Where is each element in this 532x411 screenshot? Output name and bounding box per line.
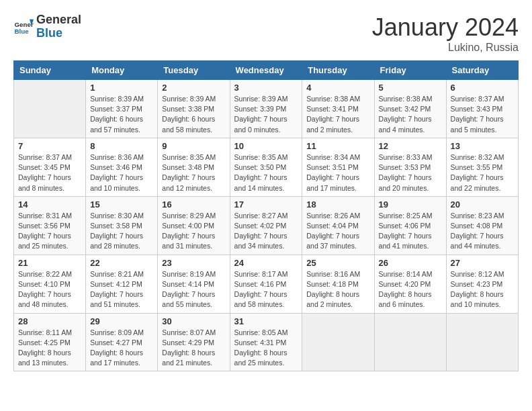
day-info: Sunrise: 8:19 AMSunset: 4:14 PMDaylight:… — [162, 269, 225, 310]
calendar-table: SundayMondayTuesdayWednesdayThursdayFrid… — [13, 60, 519, 371]
day-info: Sunrise: 8:29 AMSunset: 4:00 PMDaylight:… — [162, 211, 225, 252]
calendar-cell: 8Sunrise: 8:36 AMSunset: 3:46 PMDaylight… — [86, 138, 158, 196]
day-info: Sunrise: 8:25 AMSunset: 4:06 PMDaylight:… — [379, 211, 442, 252]
calendar-cell: 10Sunrise: 8:35 AMSunset: 3:50 PMDayligh… — [230, 138, 302, 196]
day-info: Sunrise: 8:23 AMSunset: 4:08 PMDaylight:… — [451, 211, 514, 252]
calendar-week-row: 21Sunrise: 8:22 AMSunset: 4:10 PMDayligh… — [14, 255, 519, 313]
day-info: Sunrise: 8:21 AMSunset: 4:12 PMDaylight:… — [90, 269, 153, 310]
calendar-cell — [446, 313, 518, 371]
day-number: 5 — [379, 83, 442, 93]
weekday-header-saturday: Saturday — [446, 61, 518, 80]
calendar-cell: 1Sunrise: 8:39 AMSunset: 3:37 PMDaylight… — [86, 80, 158, 138]
weekday-header-friday: Friday — [374, 61, 446, 80]
day-info: Sunrise: 8:32 AMSunset: 3:55 PMDaylight:… — [451, 152, 514, 193]
day-number: 20 — [451, 199, 514, 210]
day-number: 18 — [306, 199, 369, 210]
weekday-header-tuesday: Tuesday — [158, 61, 230, 80]
day-number: 11 — [306, 141, 369, 151]
location: Lukino, Russia — [372, 42, 519, 54]
day-number: 15 — [90, 199, 153, 210]
svg-text:Blue: Blue — [15, 28, 30, 35]
calendar-cell: 6Sunrise: 8:37 AMSunset: 3:43 PMDaylight… — [446, 80, 518, 138]
calendar-week-row: 28Sunrise: 8:11 AMSunset: 4:25 PMDayligh… — [14, 313, 519, 371]
day-info: Sunrise: 8:12 AMSunset: 4:23 PMDaylight:… — [451, 269, 514, 310]
page-header: General Blue General Blue January 2024 L… — [13, 13, 519, 54]
day-number: 6 — [451, 83, 514, 93]
day-number: 30 — [162, 316, 225, 326]
calendar-cell — [302, 313, 374, 371]
day-number: 9 — [162, 141, 225, 151]
calendar-week-row: 7Sunrise: 8:37 AMSunset: 3:45 PMDaylight… — [14, 138, 519, 196]
calendar-cell: 12Sunrise: 8:33 AMSunset: 3:53 PMDayligh… — [374, 138, 446, 196]
day-number: 31 — [234, 316, 298, 326]
day-number: 27 — [451, 258, 514, 268]
calendar-cell: 17Sunrise: 8:27 AMSunset: 4:02 PMDayligh… — [230, 196, 302, 255]
weekday-header-monday: Monday — [86, 61, 158, 80]
day-number: 19 — [379, 199, 442, 210]
day-info: Sunrise: 8:33 AMSunset: 3:53 PMDaylight:… — [379, 152, 442, 193]
day-number: 23 — [162, 258, 225, 268]
day-info: Sunrise: 8:38 AMSunset: 3:42 PMDaylight:… — [379, 94, 442, 135]
calendar-cell: 30Sunrise: 8:07 AMSunset: 4:29 PMDayligh… — [158, 313, 230, 371]
calendar-cell: 22Sunrise: 8:21 AMSunset: 4:12 PMDayligh… — [86, 255, 158, 313]
calendar-cell: 5Sunrise: 8:38 AMSunset: 3:42 PMDaylight… — [374, 80, 446, 138]
calendar-week-row: 14Sunrise: 8:31 AMSunset: 3:56 PMDayligh… — [14, 196, 519, 255]
day-number: 3 — [234, 83, 298, 93]
day-number: 24 — [234, 258, 298, 268]
title-block: January 2024 Lukino, Russia — [372, 13, 519, 54]
day-number: 14 — [18, 199, 81, 210]
logo-blue-text: Blue — [36, 26, 62, 40]
day-info: Sunrise: 8:35 AMSunset: 3:50 PMDaylight:… — [234, 152, 298, 193]
month-title: January 2024 — [372, 13, 519, 42]
day-number: 21 — [18, 258, 81, 268]
calendar-body: 1Sunrise: 8:39 AMSunset: 3:37 PMDaylight… — [14, 80, 519, 371]
day-number: 10 — [234, 141, 298, 151]
calendar-cell: 4Sunrise: 8:38 AMSunset: 3:41 PMDaylight… — [302, 80, 374, 138]
day-number: 7 — [18, 141, 81, 151]
calendar-cell: 26Sunrise: 8:14 AMSunset: 4:20 PMDayligh… — [374, 255, 446, 313]
day-info: Sunrise: 8:22 AMSunset: 4:10 PMDaylight:… — [18, 269, 81, 310]
day-info: Sunrise: 8:39 AMSunset: 3:37 PMDaylight:… — [90, 94, 153, 135]
calendar-cell: 13Sunrise: 8:32 AMSunset: 3:55 PMDayligh… — [446, 138, 518, 196]
weekday-header-sunday: Sunday — [14, 61, 86, 80]
calendar-cell: 25Sunrise: 8:16 AMSunset: 4:18 PMDayligh… — [302, 255, 374, 313]
day-info: Sunrise: 8:26 AMSunset: 4:04 PMDaylight:… — [306, 211, 369, 252]
calendar-cell — [14, 80, 86, 138]
calendar-cell: 2Sunrise: 8:39 AMSunset: 3:38 PMDaylight… — [158, 80, 230, 138]
day-number: 29 — [90, 316, 153, 326]
day-number: 1 — [90, 83, 153, 93]
day-info: Sunrise: 8:27 AMSunset: 4:02 PMDaylight:… — [234, 211, 298, 252]
day-number: 4 — [306, 83, 369, 93]
calendar-cell: 31Sunrise: 8:05 AMSunset: 4:31 PMDayligh… — [230, 313, 302, 371]
day-info: Sunrise: 8:05 AMSunset: 4:31 PMDaylight:… — [234, 328, 298, 369]
day-number: 22 — [90, 258, 153, 268]
day-info: Sunrise: 8:16 AMSunset: 4:18 PMDaylight:… — [306, 269, 369, 310]
calendar-week-row: 1Sunrise: 8:39 AMSunset: 3:37 PMDaylight… — [14, 80, 519, 138]
day-info: Sunrise: 8:17 AMSunset: 4:16 PMDaylight:… — [234, 269, 298, 310]
day-info: Sunrise: 8:39 AMSunset: 3:38 PMDaylight:… — [162, 94, 225, 135]
day-info: Sunrise: 8:34 AMSunset: 3:51 PMDaylight:… — [306, 152, 369, 193]
day-info: Sunrise: 8:30 AMSunset: 3:58 PMDaylight:… — [90, 211, 153, 252]
calendar-cell: 29Sunrise: 8:09 AMSunset: 4:27 PMDayligh… — [86, 313, 158, 371]
day-info: Sunrise: 8:38 AMSunset: 3:41 PMDaylight:… — [306, 94, 369, 135]
day-number: 26 — [379, 258, 442, 268]
calendar-cell: 23Sunrise: 8:19 AMSunset: 4:14 PMDayligh… — [158, 255, 230, 313]
day-info: Sunrise: 8:39 AMSunset: 3:39 PMDaylight:… — [234, 94, 298, 135]
calendar-cell: 9Sunrise: 8:35 AMSunset: 3:48 PMDaylight… — [158, 138, 230, 196]
calendar-cell: 3Sunrise: 8:39 AMSunset: 3:39 PMDaylight… — [230, 80, 302, 138]
day-number: 16 — [162, 199, 225, 210]
calendar-cell: 18Sunrise: 8:26 AMSunset: 4:04 PMDayligh… — [302, 196, 374, 255]
weekday-header-row: SundayMondayTuesdayWednesdayThursdayFrid… — [14, 61, 519, 80]
day-number: 28 — [18, 316, 81, 326]
day-info: Sunrise: 8:07 AMSunset: 4:29 PMDaylight:… — [162, 328, 225, 369]
logo-general-text: General — [36, 13, 81, 26]
day-info: Sunrise: 8:37 AMSunset: 3:45 PMDaylight:… — [18, 152, 81, 193]
day-number: 13 — [451, 141, 514, 151]
day-info: Sunrise: 8:11 AMSunset: 4:25 PMDaylight:… — [18, 328, 81, 369]
calendar-cell: 21Sunrise: 8:22 AMSunset: 4:10 PMDayligh… — [14, 255, 86, 313]
calendar-header: SundayMondayTuesdayWednesdayThursdayFrid… — [14, 61, 519, 80]
calendar-cell: 28Sunrise: 8:11 AMSunset: 4:25 PMDayligh… — [14, 313, 86, 371]
logo-icon: General Blue — [13, 17, 34, 37]
day-info: Sunrise: 8:36 AMSunset: 3:46 PMDaylight:… — [90, 152, 153, 193]
calendar-cell: 20Sunrise: 8:23 AMSunset: 4:08 PMDayligh… — [446, 196, 518, 255]
